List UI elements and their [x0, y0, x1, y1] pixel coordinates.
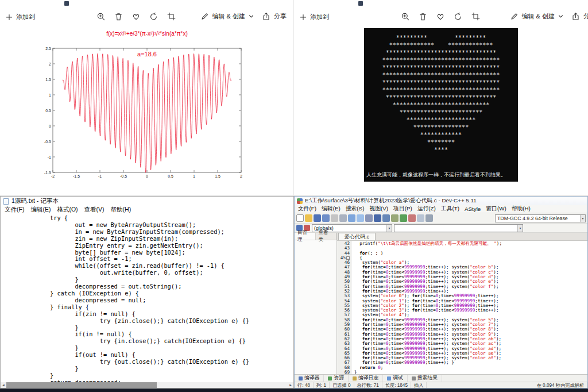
- compiler-combobox-value: TDM-GCC 4.9.2 64-bit Release: [497, 216, 580, 221]
- code-line[interactable]: for(; ; ): [354, 251, 587, 256]
- run-icon[interactable]: [374, 214, 381, 222]
- edit-create-button[interactable]: 编辑 & 创建: [522, 12, 555, 21]
- add-to-button[interactable]: 添加到: [6, 13, 35, 21]
- members-combobox[interactable]: ▼: [394, 224, 523, 232]
- new-source-icon[interactable]: [296, 214, 304, 222]
- svg-text:-1.5: -1.5: [44, 171, 51, 175]
- debug-icon[interactable]: [400, 214, 407, 222]
- svg-text:-0.5: -0.5: [120, 174, 127, 178]
- profile-icon[interactable]: [408, 214, 416, 222]
- devcpp-menu-item[interactable]: 编辑(E): [322, 205, 341, 213]
- notepad-text-area[interactable]: try { out = new ByteArrayOutputStream();…: [1, 215, 293, 382]
- chevron-down-icon[interactable]: [558, 15, 563, 18]
- delete-icon[interactable]: [419, 12, 427, 21]
- add-to-button[interactable]: 添加到: [300, 13, 329, 21]
- share-button[interactable]: 分享: [274, 12, 287, 21]
- bottom-tab[interactable]: 编译器: [295, 375, 324, 382]
- heart-curve: [62, 53, 231, 172]
- chevron-down-icon[interactable]: [249, 15, 254, 18]
- horizontal-scrollbar[interactable]: ◂ ▸: [1, 382, 293, 388]
- left-panel-tab[interactable]: 查看类: [316, 233, 337, 240]
- notepad-menu-item[interactable]: 格式(O): [57, 206, 78, 214]
- code-line[interactable]: for(time=0;time<99999999;time++); }: [354, 360, 587, 365]
- notepad-menu-item[interactable]: 查看(V): [84, 206, 105, 214]
- photos-right-actions: 编辑 & 创建 分享: [200, 12, 287, 21]
- code-line[interactable]: printf("\t\t乌云后面依然是灿烂的晴天，每一天都有无限可能。 ");: [354, 241, 587, 246]
- notepad-menu-item[interactable]: 文件(F): [5, 206, 24, 214]
- devcpp-menu-item[interactable]: 工具(T): [441, 205, 459, 213]
- bottom-tab-label: 编译日志: [358, 375, 378, 382]
- left-panel-tab[interactable]: 目管理: [295, 233, 316, 240]
- combo-arrow-icon[interactable]: ▼: [517, 225, 523, 232]
- zoom-icon[interactable]: [401, 12, 410, 21]
- devcpp-menu-item[interactable]: AStyle: [465, 206, 481, 212]
- code-lines[interactable]: printf("\t\t乌云后面依然是灿烂的晴天，每一天都有无限可能。 "); …: [351, 241, 587, 374]
- code-line[interactable]: }: [354, 370, 587, 374]
- compile-icon[interactable]: [365, 214, 373, 222]
- redo-icon[interactable]: [357, 214, 364, 222]
- favorite-heart-icon[interactable]: [436, 12, 445, 21]
- code-line[interactable]: return 0;: [354, 366, 587, 370]
- scroll-left-arrow[interactable]: ◂: [1, 382, 6, 388]
- window-icon[interactable]: [417, 214, 424, 222]
- compiler-combobox[interactable]: TDM-GCC 4.9.2 64-bit Release ▼: [495, 214, 586, 222]
- save-all-icon[interactable]: [322, 214, 330, 222]
- favorite-heart-icon[interactable]: [131, 12, 141, 21]
- svg-text:2: 2: [49, 62, 51, 66]
- crop-icon[interactable]: [471, 12, 480, 21]
- code-editor: 42434445-4647484950515253545556575859606…: [337, 241, 587, 374]
- undo-icon[interactable]: [348, 214, 355, 222]
- windows-taskbar[interactable]: [0, 389, 588, 392]
- devcpp-menu-item[interactable]: 视图(V): [369, 205, 388, 213]
- combo-arrow-icon[interactable]: ▼: [386, 225, 392, 232]
- delete-icon[interactable]: [114, 12, 123, 21]
- devcpp-menu-item[interactable]: 文件(F): [298, 205, 316, 213]
- bottom-tab[interactable]: 调试: [383, 375, 408, 382]
- bottom-tab[interactable]: 搜索结果: [408, 375, 442, 382]
- svg-text:-1.5: -1.5: [73, 174, 80, 178]
- add-to-label: 添加到: [16, 13, 35, 21]
- bottom-tab-label: 编译器: [304, 375, 319, 382]
- crop-icon[interactable]: [167, 12, 176, 21]
- devcpp-menu-item[interactable]: 帮助(H): [512, 205, 531, 213]
- zoom-icon[interactable]: [96, 12, 106, 21]
- svg-text:1.5: 1.5: [215, 174, 220, 178]
- devcpp-menu-item[interactable]: 窗口(W): [486, 205, 506, 213]
- project-panel-tabs: 目管理查看类: [295, 233, 336, 240]
- rotate-icon[interactable]: [149, 12, 158, 21]
- project-panel-body[interactable]: [295, 240, 336, 374]
- fullscreen-icon[interactable]: [425, 214, 433, 222]
- devcpp-menu-item[interactable]: 运行(Z): [417, 205, 436, 213]
- notepad-titlebar: 1源码.txt - 记事本: [1, 197, 293, 206]
- svg-text:1: 1: [49, 93, 51, 97]
- notepad-menu-item[interactable]: 帮助(H): [111, 206, 131, 214]
- bottom-tab[interactable]: 资源: [324, 375, 349, 382]
- edit-create-button[interactable]: 编辑 & 创建: [212, 12, 245, 21]
- toolbar-icon-group: [296, 214, 433, 222]
- rotate-icon[interactable]: [454, 12, 463, 21]
- devcpp-menu-item[interactable]: 项目(P): [393, 205, 412, 213]
- devcpp-main-area: 目管理查看类 爱心代码.c 42434445-46474849505152535…: [295, 233, 587, 374]
- edit-pencil-icon: [510, 12, 519, 21]
- scroll-right-arrow[interactable]: ▸: [288, 382, 293, 388]
- bottom-tab[interactable]: 编译日志: [349, 375, 383, 382]
- save-icon[interactable]: [314, 214, 321, 222]
- fold-collapse-icon[interactable]: -: [346, 256, 350, 260]
- share-button[interactable]: 分享: [583, 12, 588, 21]
- scrollbar-thumb[interactable]: [6, 382, 157, 388]
- plot-axes-box: [53, 48, 241, 172]
- file-tab[interactable]: 爱心代码.c: [338, 233, 376, 240]
- devcpp-statusbar: 行: 48列: 1已选择 0总行数: 71长度: 1845插入在 0.094 秒…: [295, 382, 587, 388]
- status-segment: 插入: [411, 382, 427, 388]
- combo-arrow-icon[interactable]: ▼: [580, 215, 585, 222]
- devcpp-menu-item[interactable]: 搜索(S): [346, 205, 365, 213]
- editor-tabbar: 爱心代码.c: [337, 233, 587, 241]
- print-icon[interactable]: [339, 214, 347, 222]
- code-line[interactable]: [354, 246, 587, 251]
- rebuild-icon[interactable]: [391, 214, 399, 222]
- notepad-menu-item[interactable]: 编辑(E): [30, 206, 51, 214]
- compile-run-icon[interactable]: [382, 214, 390, 222]
- open-icon[interactable]: [305, 214, 312, 222]
- notepad-body: try { out = new ByteArrayOutputStream();…: [1, 214, 293, 388]
- close-icon[interactable]: [331, 214, 338, 222]
